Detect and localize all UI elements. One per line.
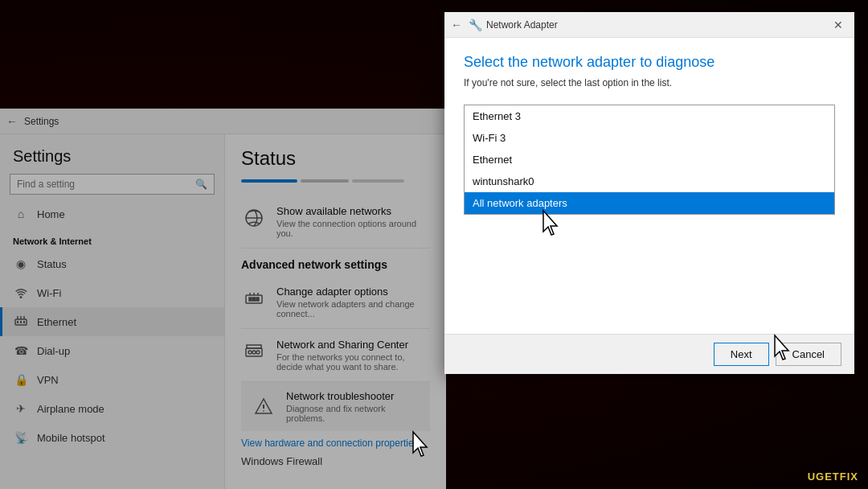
dialog-close-button[interactable]: ✕ — [829, 15, 848, 35]
adapter-item-all[interactable]: All network adapters — [465, 192, 834, 214]
next-button[interactable]: Next — [714, 343, 769, 366]
watermark-highlight: GET — [816, 471, 840, 483]
adapter-item-ethernet3[interactable]: Ethernet 3 — [465, 105, 834, 127]
watermark-prefix: U — [808, 471, 816, 483]
adapter-item-wintunshark[interactable]: wintunshark0 — [465, 171, 834, 192]
watermark-suffix: FIX — [840, 471, 858, 483]
dialog-titlebar: ← 🔧 Network Adapter ✕ — [444, 12, 854, 38]
adapter-list: Ethernet 3 Wi-Fi 3 Ethernet wintunshark0… — [464, 105, 835, 215]
dialog-footer: Next Cancel — [444, 334, 854, 374]
dialog-subtitle: If you're not sure, select the last opti… — [464, 77, 835, 88]
dialog-icon: 🔧 — [469, 18, 481, 31]
dialog-body: Select the network adapter to diagnose I… — [444, 38, 854, 334]
watermark: UGETFIX — [808, 471, 858, 483]
dialog-heading: Select the network adapter to diagnose — [464, 54, 835, 71]
dialog-back-button[interactable]: ← — [451, 18, 462, 31]
dialog-title: Network Adapter — [486, 19, 829, 31]
adapter-item-ethernet[interactable]: Ethernet — [465, 149, 834, 171]
cancel-button[interactable]: Cancel — [776, 343, 841, 366]
adapter-item-wifi3[interactable]: Wi-Fi 3 — [465, 127, 834, 149]
network-adapter-dialog: ← 🔧 Network Adapter ✕ Select the network… — [444, 12, 854, 374]
